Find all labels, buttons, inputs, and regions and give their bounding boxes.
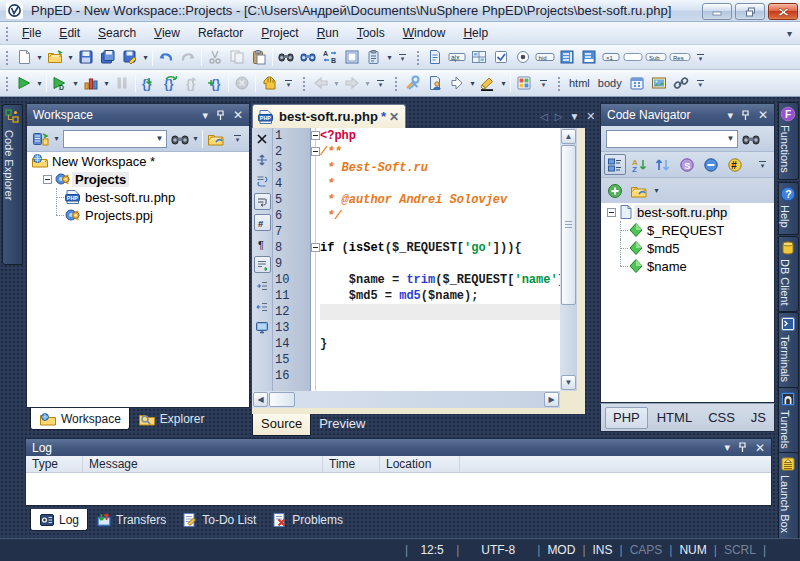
menu-grip[interactable] [4, 25, 9, 41]
toolbar-button-paste[interactable] [248, 47, 270, 68]
workspace-tree-item[interactable]: PHPbest-soft.ru.php [27, 188, 249, 206]
toolbar-button-replace[interactable]: AB [319, 47, 341, 68]
right-tab-tunnels[interactable]: Tunnels [778, 387, 799, 456]
editor-vertical-scrollbar[interactable]: ▲ ▼ [560, 128, 577, 391]
editor-view-tab-source[interactable]: Source [252, 414, 311, 436]
menu-refactor[interactable]: Refactor [189, 24, 252, 43]
toolbar-button-palette[interactable] [513, 73, 535, 94]
navigator-tree-item[interactable]: $name [601, 257, 774, 275]
toolbar-dropdown-arrow[interactable]: ▾ [35, 47, 44, 68]
toolbar-button-deploy[interactable] [446, 73, 468, 94]
navigator-pin-icon[interactable] [741, 110, 750, 121]
navigator-menu-arrow[interactable]: ▾ [727, 109, 733, 122]
toolbar-button-calendar[interactable] [626, 73, 648, 94]
vscroll-thumb[interactable] [561, 145, 576, 305]
workspace-tree-item[interactable]: New Workspace * [27, 152, 249, 170]
toolbar-grip[interactable] [4, 75, 9, 91]
toolbar-overflow[interactable]: ▾ [537, 73, 550, 94]
bottom-tab-to-do-list[interactable]: To-Do List [174, 509, 264, 531]
navigator-button-show-statics[interactable]: S [676, 154, 698, 175]
workspace-view-button[interactable] [30, 128, 52, 149]
toolbar-button-stop[interactable] [231, 73, 253, 94]
editor-code-area[interactable]: <?php/** * Best-Soft.ru * * @author Andr… [320, 128, 577, 391]
collapse-expander-icon[interactable] [43, 175, 52, 184]
fold-collapse-icon[interactable] [311, 131, 320, 140]
toolbar-button-reset-button[interactable]: Res [668, 47, 692, 68]
editor-side-split-button[interactable] [254, 151, 271, 168]
toolbar-button-hidden-field[interactable]: hid [534, 47, 556, 68]
scroll-right-icon[interactable]: ▶ [544, 392, 559, 407]
tab-scroll-left-icon[interactable]: ◁ [540, 111, 548, 122]
toolbar-button-step-over[interactable]: {} [160, 73, 182, 94]
toolbar-button-radio[interactable] [512, 47, 534, 68]
toolbar-button-highlighter[interactable] [477, 73, 499, 94]
fold-collapse-icon[interactable] [311, 243, 320, 252]
right-tab-launch-box[interactable]: Launch Box [778, 452, 799, 540]
toolbar-button-copy[interactable] [226, 47, 248, 68]
workspace-tab-explorer[interactable]: Explorer [130, 408, 213, 430]
navigator-dropdown-arrow[interactable]: ▾ [652, 180, 661, 201]
navigator-button-sort-az[interactable]: AZ [628, 154, 650, 175]
language-tab-html[interactable]: HTML [650, 408, 699, 428]
toolbar-dropdown-arrow[interactable]: ▾ [102, 73, 111, 94]
workspace-tree-item[interactable]: Projects.ppj [27, 206, 249, 224]
toolbar-grip[interactable] [393, 75, 398, 91]
menu-run[interactable]: Run [308, 24, 348, 43]
toolbar-button-new-file[interactable] [13, 47, 35, 68]
navigator-button-share-folder[interactable] [628, 180, 650, 201]
editor-horizontal-scrollbar[interactable]: ◀ ▶ [252, 391, 560, 408]
workspace-share-button[interactable] [205, 128, 227, 149]
scroll-up-icon[interactable]: ▲ [561, 129, 576, 144]
workspace-find-button[interactable] [169, 128, 191, 149]
toolbar-dropdown-arrow[interactable]: ▾ [141, 47, 150, 68]
toolbar-button-body[interactable]: body [594, 73, 626, 94]
minimize-button[interactable] [702, 3, 732, 20]
menu-window[interactable]: Window [394, 24, 455, 43]
toolbar-button-input-grid[interactable] [468, 47, 490, 68]
toolbar-button-submit-button[interactable]: Sub [644, 47, 668, 68]
toolbar-button-input-text[interactable]: a|x [446, 47, 468, 68]
navigator-tree-item[interactable]: $_REQUEST [601, 221, 774, 239]
tab-close-all-icon[interactable]: ✕ [586, 110, 595, 123]
toolbar-grip[interactable] [415, 49, 420, 65]
workspace-close-icon[interactable]: ✕ [233, 108, 243, 122]
right-tab-functions[interactable]: FFunctions [778, 102, 799, 180]
toolbar-button-html[interactable]: html [565, 73, 594, 94]
toolbar-button-listbox[interactable] [556, 47, 578, 68]
toolbar-button-settings-tools[interactable] [402, 73, 424, 94]
toolbar-button-find-next[interactable] [297, 47, 319, 68]
toolbar-button-cut[interactable] [204, 47, 226, 68]
toolbar-button-forward[interactable] [341, 73, 363, 94]
workspace-toolbar-overflow[interactable]: ▾ [231, 128, 244, 149]
menu-tools[interactable]: Tools [348, 24, 394, 43]
navigator-tree-item[interactable]: best-soft.ru.php [601, 203, 774, 221]
navigator-button-sort-swap[interactable] [652, 154, 674, 175]
menu-search[interactable]: Search [89, 24, 145, 43]
menu-overflow-chevron[interactable]: ▾ [787, 28, 792, 39]
toolbar-button-run-to-cursor[interactable]: {} [204, 73, 226, 94]
log-column-time[interactable]: Time [323, 456, 380, 472]
right-tab-terminals[interactable]: Terminals [778, 312, 799, 389]
navigator-search-combo[interactable]: ▼ [606, 130, 738, 148]
toolbar-button-step-into[interactable]: {} [138, 73, 160, 94]
toolbar-button-redo[interactable] [177, 47, 199, 68]
hscroll-thumb[interactable] [269, 392, 295, 407]
toolbar-button-checkbox[interactable] [490, 47, 512, 68]
toolbar-dropdown-arrow[interactable]: ▾ [35, 73, 44, 94]
log-menu-arrow[interactable]: ▾ [724, 441, 730, 454]
bottom-tab-log[interactable]: Log [30, 509, 88, 531]
toolbar-button-find-in-files[interactable] [341, 47, 363, 68]
editor-side-line-wrap-button[interactable] [254, 193, 271, 210]
menu-edit[interactable]: Edit [50, 24, 89, 43]
workspace-find-arrow[interactable]: ▾ [191, 128, 200, 149]
editor-tab-close-icon[interactable]: ✕ [389, 110, 399, 124]
toolbar-button-breakpoint-hand[interactable] [258, 73, 280, 94]
log-column-type[interactable]: Type [26, 456, 83, 472]
menu-file[interactable]: File [13, 24, 50, 43]
workspace-menu-arrow[interactable]: ▾ [202, 109, 208, 122]
editor-side-auto-indent-button[interactable] [254, 256, 271, 273]
menu-project[interactable]: Project [252, 24, 307, 43]
fold-collapse-icon[interactable] [311, 147, 320, 156]
toolbar-dropdown-arrow[interactable]: ▾ [363, 73, 372, 94]
close-button[interactable] [768, 3, 798, 20]
